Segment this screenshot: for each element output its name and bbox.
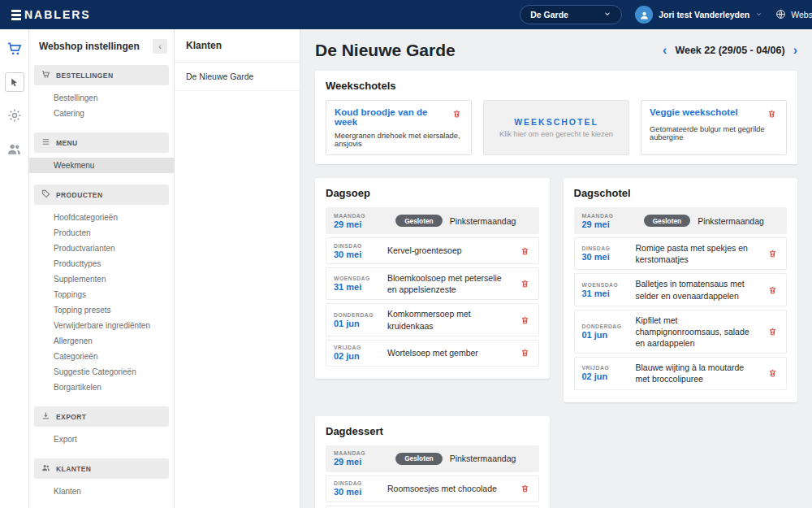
- menu-day-row: WOENSDAG 31 mei Bloemkoolsoep met peters…: [326, 267, 539, 300]
- card-title: Dagschotel: [574, 187, 788, 199]
- sidebar-item-producten[interactable]: Producten: [29, 225, 174, 241]
- trash-icon[interactable]: [519, 277, 531, 290]
- day-date: 02 jun: [582, 371, 629, 381]
- menu-day-row: DONDERDAG 01 jun Kipfilet met champignon…: [574, 310, 788, 354]
- user-menu[interactable]: Jori test Vanderleyden: [635, 6, 762, 24]
- sidebar-section-klanten[interactable]: KLANTEN: [34, 458, 169, 479]
- trash-icon[interactable]: [519, 346, 531, 359]
- sidebar-section-menu[interactable]: MENU: [34, 132, 169, 153]
- tag-icon: [41, 189, 50, 200]
- trash-icon[interactable]: [519, 314, 531, 327]
- sidebar-item-catering[interactable]: Catering: [29, 106, 174, 121]
- sidebar-header: Webshop instellingen ‹: [29, 29, 174, 60]
- sidebar-item-categorieen[interactable]: Categorieën: [29, 349, 174, 364]
- export-icon: [41, 411, 50, 422]
- day-cards-grid: Dagsoep MAANDAG 29 mei Gesloten Pinkster…: [315, 178, 797, 508]
- gear-icon[interactable]: [5, 106, 24, 125]
- day-label: MAANDAG 29 mei: [582, 213, 629, 229]
- weekschotel-description: Getomateerde bulgur met gegrilde aubergi…: [650, 125, 778, 141]
- users-icon: [41, 463, 50, 474]
- day-date: 30 mei: [582, 252, 629, 262]
- trash-icon[interactable]: [519, 245, 531, 258]
- day-date: 31 mei: [582, 289, 629, 298]
- sidebar-item-suggestie-categorieen[interactable]: Suggestie Categorieën: [29, 364, 174, 380]
- sidebar-item-producttypes[interactable]: Producttypes: [29, 256, 174, 271]
- day-date: 01 jun: [334, 319, 381, 328]
- sidebar-title: Webshop instellingen: [39, 41, 140, 52]
- chevron-down-icon: [755, 10, 762, 20]
- menu-day-row: DONDERDAG 01 jun Komkommersoep met kruid…: [326, 303, 539, 336]
- section-label: EXPORT: [56, 413, 86, 421]
- day-label: WOENSDAG 31 mei: [334, 276, 381, 292]
- section-items: Weekmenu: [29, 153, 174, 180]
- sidebar-webshop-settings: Webshop instellingen ‹ BESTELLINGEN Best…: [29, 29, 175, 508]
- pointer-icon[interactable]: [5, 72, 24, 92]
- cart-icon[interactable]: [5, 39, 24, 59]
- dish-name: Blauwe wijting à la moutarde met broccol…: [629, 362, 767, 384]
- sidebar-section-export[interactable]: EXPORT: [34, 406, 169, 427]
- menu-day-row: VRIJDAG 02 jun Wortelsoep met gember: [326, 340, 539, 367]
- sidebar-item-hoofdcategorieen[interactable]: Hoofdcategorieën: [29, 210, 174, 225]
- organization-selector[interactable]: De Garde: [520, 5, 622, 24]
- sidebar-item-klanten[interactable]: Klanten: [29, 484, 174, 499]
- day-date: 29 mei: [334, 457, 381, 467]
- sidebar-item-bestellingen[interactable]: Bestellingen: [29, 90, 174, 106]
- dish-name: Romige pasta met spekjes en kerstomaatje…: [629, 242, 767, 265]
- menu-day-row: WOENSDAG 31 mei Sabayon met een crumble …: [326, 506, 539, 508]
- sidebar-item-weekmenu[interactable]: Weekmenu: [29, 158, 174, 173]
- sidebar-item-allergenen[interactable]: Allergenen: [29, 333, 174, 349]
- page-title: De Nieuwe Garde: [315, 41, 456, 60]
- trash-icon[interactable]: [767, 284, 779, 297]
- user-name: Jori test Vanderleyden: [659, 10, 749, 20]
- user-avatar-icon: [635, 6, 653, 24]
- trash-icon[interactable]: [766, 107, 778, 120]
- weekschotel-item: Veggie weekschotel Getomateerde bulgur m…: [641, 100, 787, 155]
- sidebar-item-borgartikelen[interactable]: Borgartikelen: [29, 380, 174, 395]
- day-label: DINSDAG 30 mei: [334, 480, 381, 497]
- trash-icon[interactable]: [519, 482, 531, 495]
- weekschotel-link[interactable]: Veggie weekschotel: [650, 107, 738, 117]
- weekschotel-link[interactable]: Koud broodje van de week: [335, 107, 446, 127]
- sidebar-section-bestellingen[interactable]: BESTELLINGEN: [34, 65, 169, 85]
- klant-item-de-nieuwe-garde[interactable]: De Nieuwe Garde: [175, 63, 300, 91]
- day-date: 02 jun: [334, 351, 381, 361]
- sidebar-item-toppings[interactable]: Toppings: [29, 287, 174, 302]
- closed-reason: Pinkstermaandag: [698, 216, 764, 226]
- trash-icon[interactable]: [767, 247, 779, 260]
- sidebar-item-export[interactable]: Export: [29, 432, 174, 447]
- weekschotels-card: Weekschotels Koud broodje van de week Me…: [315, 71, 797, 164]
- day-label: WOENSDAG 31 mei: [582, 282, 629, 298]
- day-name: MAANDAG: [582, 213, 629, 219]
- sidebar-collapse-button[interactable]: ‹: [153, 39, 167, 54]
- trash-icon[interactable]: [451, 107, 463, 120]
- dish-name: Kervel-groentesoep: [381, 245, 519, 256]
- sidebar-item-productvarianten[interactable]: Productvarianten: [29, 241, 174, 256]
- sidebar-item-verwijderbare-ingredienten[interactable]: Verwijderbare ingrediënten: [29, 318, 174, 333]
- section-label: MENU: [56, 139, 78, 147]
- day-date: 30 mei: [334, 250, 381, 259]
- weekschotel-placeholder[interactable]: WEEKSCHOTEL Klik hier om een gerecht te …: [483, 100, 629, 155]
- app-root: NABLERS De Garde Jori test Vanderleyden: [0, 0, 812, 508]
- closed-reason: Pinkstermaandag: [450, 454, 516, 463]
- trash-icon[interactable]: [767, 367, 779, 380]
- trash-icon[interactable]: [767, 325, 779, 338]
- day-name: MAANDAG: [334, 450, 381, 456]
- menu-day-row: VRIJDAG 02 jun Blauwe wijting à la mouta…: [574, 357, 788, 389]
- weekschotel-item: Koud broodje van de week Meergranen drie…: [326, 100, 472, 155]
- closed-badge: Gesloten: [395, 215, 443, 227]
- closed-badge: Gesloten: [644, 215, 691, 227]
- logo[interactable]: NABLERS: [11, 8, 91, 21]
- main-content: De Nieuwe Garde ‹ Week 22 (29/05 - 04/06…: [300, 29, 812, 508]
- week-next-button[interactable]: ›: [793, 44, 797, 57]
- dagschotel-card: Dagschotel MAANDAG 29 mei Gesloten Pinks…: [564, 178, 798, 402]
- sidebar-item-supplementen[interactable]: Supplementen: [29, 271, 174, 287]
- menu-day-row-closed: MAANDAG 29 mei Gesloten Pinkstermaandag: [574, 207, 788, 234]
- menu-day-row-closed: MAANDAG 29 mei Gesloten Pinkstermaandag: [326, 445, 539, 472]
- sidebar-section-producten[interactable]: PRODUCTEN: [34, 185, 169, 205]
- sidebar-item-topping-presets[interactable]: Topping presets: [29, 302, 174, 318]
- week-prev-button[interactable]: ‹: [663, 44, 667, 57]
- users-icon[interactable]: [5, 139, 24, 158]
- website-link[interactable]: Website: [775, 9, 812, 21]
- klanten-panel-title: Klanten: [175, 29, 300, 63]
- section-items: Hoofdcategorieën Producten Productvarian…: [29, 205, 174, 402]
